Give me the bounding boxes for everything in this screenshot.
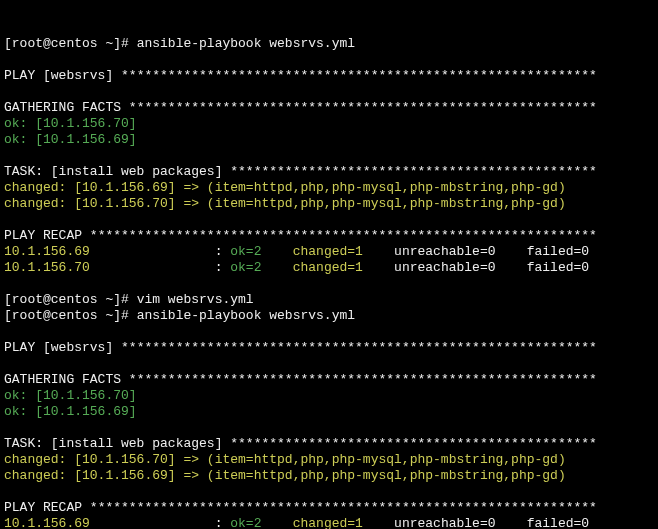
gather-header: GATHERING FACTS	[4, 372, 129, 387]
recap-changed: changed=1	[293, 260, 394, 275]
recap-ok: ok=2	[230, 260, 292, 275]
recap-colon: :	[215, 260, 231, 275]
stars: ****************************************…	[230, 436, 597, 451]
recap-host: 10.1.156.69	[4, 244, 215, 259]
ok-line: ok: [10.1.156.70]	[4, 388, 137, 403]
recap-header: PLAY RECAP	[4, 500, 90, 515]
changed-line: changed: [10.1.156.70] => (item=httpd,ph…	[4, 196, 566, 211]
task-header: TASK: [install web packages]	[4, 436, 230, 451]
recap-changed: changed=1	[293, 516, 394, 529]
recap-rest: unreachable=0 failed=0	[394, 260, 589, 275]
recap-rest: unreachable=0 failed=0	[394, 516, 589, 529]
stars: ****************************************…	[90, 228, 597, 243]
changed-line: changed: [10.1.156.70] => (item=httpd,ph…	[4, 452, 566, 467]
cmd-line: ansible-playbook websrvs.yml	[137, 308, 355, 323]
ok-line: ok: [10.1.156.69]	[4, 132, 137, 147]
recap-header: PLAY RECAP	[4, 228, 90, 243]
cmd-line: vim websrvs.yml	[137, 292, 254, 307]
stars: ****************************************…	[129, 100, 597, 115]
stars: ****************************************…	[230, 164, 597, 179]
gather-header: GATHERING FACTS	[4, 100, 129, 115]
changed-line: changed: [10.1.156.69] => (item=httpd,ph…	[4, 468, 566, 483]
task-header: TASK: [install web packages]	[4, 164, 230, 179]
recap-ok: ok=2	[230, 516, 292, 529]
recap-ok: ok=2	[230, 244, 292, 259]
prompt: [root@centos ~]#	[4, 292, 137, 307]
changed-line: changed: [10.1.156.69] => (item=httpd,ph…	[4, 180, 566, 195]
recap-colon: :	[215, 244, 231, 259]
stars: ****************************************…	[121, 340, 597, 355]
recap-colon: :	[215, 516, 231, 529]
play-header: PLAY [websrvs]	[4, 340, 121, 355]
stars: ****************************************…	[121, 68, 597, 83]
stars: ****************************************…	[129, 372, 597, 387]
recap-host: 10.1.156.70	[4, 260, 215, 275]
cmd-line: ansible-playbook websrvs.yml	[137, 36, 355, 51]
prompt: [root@centos ~]#	[4, 36, 137, 51]
ok-line: ok: [10.1.156.70]	[4, 116, 137, 131]
prompt: [root@centos ~]#	[4, 308, 137, 323]
play-header: PLAY [websrvs]	[4, 68, 121, 83]
recap-host: 10.1.156.69	[4, 516, 215, 529]
terminal[interactable]: [root@centos ~]# ansible-playbook websrv…	[4, 36, 654, 529]
ok-line: ok: [10.1.156.69]	[4, 404, 137, 419]
recap-rest: unreachable=0 failed=0	[394, 244, 589, 259]
recap-changed: changed=1	[293, 244, 394, 259]
stars: ****************************************…	[90, 500, 597, 515]
